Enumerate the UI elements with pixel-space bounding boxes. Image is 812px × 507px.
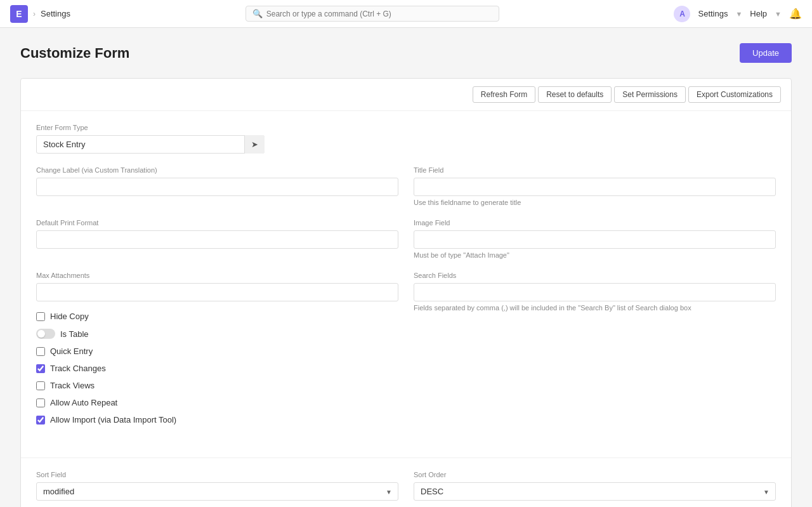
reset-to-defaults-button[interactable]: Reset to defaults [538,86,612,103]
search-fields-label: Search Fields [414,272,776,279]
sort-section: Sort Field modified Sort Order DESC ASC [21,458,791,507]
sort-order-col: Sort Order DESC ASC [414,471,776,501]
help-dropdown-icon: ▼ [775,10,782,18]
hide-copy-row: Hide Copy [36,312,398,321]
is-table-label: Is Table [60,329,89,339]
max-attachments-col: Max Attachments 0 Hide Copy [36,272,398,432]
breadcrumb: Settings [41,9,70,18]
search-fields-col: Search Fields posting_date, from_warehou… [414,272,776,432]
allow-import-label: Allow Import (via Data Import Tool) [50,415,176,425]
allow-import-checkbox[interactable] [36,416,45,425]
nav-left: E › Settings [10,5,70,23]
toolbar-row: Refresh Form Reset to defaults Set Permi… [21,79,791,111]
page-header: Customize Form Update [20,43,792,63]
hide-copy-checkbox[interactable] [36,312,45,321]
track-changes-row: Track Changes [36,364,398,373]
sort-field-select-wrap: modified [36,482,398,501]
default-print-format-input[interactable] [36,230,398,249]
quick-entry-row: Quick Entry [36,346,398,356]
image-field-hint: Must be of type "Attach Image" [414,251,776,259]
settings-dropdown-icon: ▼ [735,10,742,18]
update-button[interactable]: Update [740,43,792,63]
print-image-row: Default Print Format Image Field Must be… [36,219,776,259]
quick-entry-checkbox[interactable] [36,347,45,356]
search-fields-hint: Fields separated by comma (,) will be in… [414,304,776,312]
form-type-section: Enter Form Type Stock Entry ➤ [21,111,791,166]
allow-auto-repeat-row: Allow Auto Repeat [36,398,398,407]
title-field-hint: Use this fieldname to generate title [414,199,776,206]
track-views-label: Track Views [50,381,95,390]
track-views-checkbox[interactable] [36,381,45,390]
checkboxes-section: Hide Copy Is Table Quick Entry [36,312,398,425]
max-attachments-label: Max Attachments [36,272,398,279]
page-content: Customize Form Update Refresh Form Reset… [0,28,812,507]
search-input[interactable] [266,10,492,18]
search-fields-input[interactable]: posting_date, from_warehouse, to_warehou… [414,283,776,301]
track-changes-checkbox[interactable] [36,364,45,373]
sort-field-label: Sort Field [36,471,398,478]
notification-bell-icon[interactable]: 🔔 [789,8,802,20]
title-field-col: Title Field title Use this fieldname to … [414,166,776,206]
label-title-row: Change Label (via Custom Translation) Ti… [36,166,776,206]
change-label-input[interactable] [36,178,398,196]
search-icon: 🔍 [252,9,263,18]
export-customizations-button[interactable]: Export Customizations [688,86,781,103]
is-table-row: Is Table [36,329,398,339]
max-attachments-search-row: Max Attachments 0 Hide Copy [36,272,776,432]
sort-order-select[interactable]: DESC ASC [414,482,776,501]
allow-auto-repeat-label: Allow Auto Repeat [50,398,117,407]
image-field-input[interactable] [414,230,776,249]
main-form-card: Refresh Form Reset to defaults Set Permi… [20,78,792,507]
form-type-wrapper: Stock Entry ➤ [36,135,265,154]
track-views-row: Track Views [36,381,398,390]
app-logo[interactable]: E [10,5,28,23]
help-nav-link[interactable]: Help [750,9,767,18]
image-field-label: Image Field [414,219,776,227]
change-label-label: Change Label (via Custom Translation) [36,166,398,174]
label-title-section: Change Label (via Custom Translation) Ti… [21,166,791,458]
toggle-knob [37,330,45,338]
sort-field-select[interactable]: modified [36,482,398,501]
settings-nav-link[interactable]: Settings [698,9,728,18]
allow-import-row: Allow Import (via Data Import Tool) [36,415,398,425]
quick-entry-label: Quick Entry [50,346,93,356]
search-bar: 🔍 [246,6,499,22]
hide-copy-label: Hide Copy [50,312,89,321]
form-type-label: Enter Form Type [36,124,776,131]
allow-auto-repeat-checkbox[interactable] [36,398,45,407]
sort-field-col: Sort Field modified [36,471,398,501]
set-permissions-button[interactable]: Set Permissions [614,86,686,103]
sort-row: Sort Field modified Sort Order DESC ASC [36,471,776,501]
image-field-col: Image Field Must be of type "Attach Imag… [414,219,776,259]
refresh-form-button[interactable]: Refresh Form [473,86,535,103]
breadcrumb-separator: › [33,10,36,18]
nav-right: A Settings ▼ Help ▼ 🔔 [674,6,802,22]
sort-order-label: Sort Order [414,471,776,478]
default-print-format-label: Default Print Format [36,219,398,227]
change-label-col: Change Label (via Custom Translation) [36,166,398,206]
track-changes-label: Track Changes [50,364,106,373]
title-field-label: Title Field [414,166,776,174]
page-title: Customize Form [20,45,129,62]
max-attachments-input[interactable]: 0 [36,283,398,301]
form-type-select[interactable]: Stock Entry [36,135,265,154]
avatar: A [674,6,690,22]
default-print-format-col: Default Print Format [36,219,398,259]
top-navigation: E › Settings 🔍 A Settings ▼ Help ▼ 🔔 [0,0,812,28]
is-table-toggle[interactable] [36,329,55,339]
sort-order-select-wrap: DESC ASC [414,482,776,501]
title-field-input[interactable]: title [414,178,776,196]
